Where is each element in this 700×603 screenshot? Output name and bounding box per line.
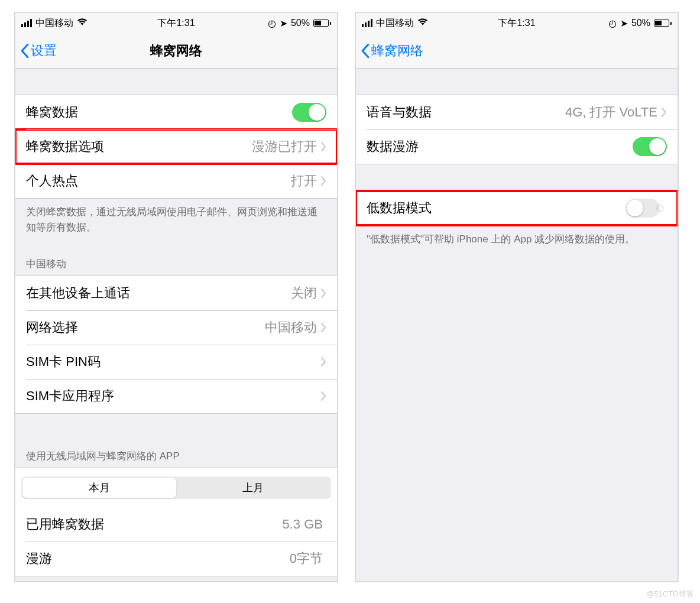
- status-time: 下午1:31: [157, 17, 195, 30]
- segment-last-month[interactable]: 上月: [176, 478, 330, 498]
- back-button[interactable]: 蜂窝网络: [356, 42, 423, 60]
- location-icon: ➤: [280, 18, 287, 29]
- back-label: 蜂窝网络: [371, 42, 423, 60]
- battery-percent: 50%: [291, 18, 310, 28]
- chevron-right-icon: [320, 142, 326, 151]
- back-label: 设置: [31, 42, 57, 60]
- row-data-roaming[interactable]: 数据漫游: [356, 129, 678, 164]
- status-bar: 中国移动 下午1:31 ◴ ➤ 50%: [356, 13, 678, 33]
- toggle-data-roaming[interactable]: [633, 137, 667, 156]
- nav-title: 蜂窝网络: [150, 42, 202, 60]
- row-cellular-data-options[interactable]: 蜂窝数据选项 漫游已打开: [15, 129, 337, 164]
- chevron-right-icon: [320, 288, 326, 298]
- group-cellular: 蜂窝数据 蜂窝数据选项 漫游已打开 个人热点 打开: [15, 95, 337, 199]
- nav-bar: 设置 蜂窝网络: [15, 33, 337, 69]
- row-label: 蜂窝数据: [26, 103, 292, 121]
- chevron-right-icon: [320, 391, 326, 401]
- phone-screen-right: 中国移动 下午1:31 ◴ ➤ 50% 蜂窝网络 语音与数据 4G, 打开 Vo…: [355, 12, 679, 582]
- battery-icon: [654, 20, 672, 27]
- signal-icon: [362, 19, 372, 27]
- row-roaming-usage[interactable]: 漫游 0字节: [15, 542, 337, 576]
- row-low-data-mode[interactable]: 低数据模式: [356, 191, 678, 225]
- segmented-control[interactable]: 本月 上月: [21, 476, 331, 499]
- row-label: 在其他设备上通话: [26, 284, 291, 302]
- row-sim-pin[interactable]: SIM卡 PIN码: [15, 345, 337, 379]
- phone-screen-left: 中国移动 下午1:31 ◴ ➤ 50% 设置 蜂窝网络 蜂窝数据: [14, 12, 338, 582]
- location-icon: ➤: [620, 18, 628, 29]
- alarm-icon: ◴: [608, 18, 617, 29]
- row-personal-hotspot[interactable]: 个人热点 打开: [15, 164, 337, 198]
- row-label: SIM卡 PIN码: [26, 353, 320, 371]
- row-label: 已用蜂窝数据: [26, 516, 283, 533]
- row-label: 个人热点: [26, 172, 291, 190]
- status-bar: 中国移动 下午1:31 ◴ ➤ 50%: [15, 13, 337, 33]
- carrier-label: 中国移动: [35, 17, 73, 30]
- chevron-right-icon: [320, 323, 326, 332]
- status-time: 下午1:31: [498, 17, 535, 30]
- row-value: 0字节: [290, 550, 323, 568]
- row-label: 语音与数据: [367, 103, 565, 121]
- toggle-low-data-mode[interactable]: [626, 199, 660, 218]
- back-button[interactable]: 设置: [15, 42, 57, 60]
- group-voice-roaming: 语音与数据 4G, 打开 VoLTE 数据漫游: [356, 95, 678, 164]
- row-sim-apps[interactable]: SIM卡应用程序: [15, 379, 337, 413]
- row-value: 打开: [291, 172, 317, 190]
- row-network-selection[interactable]: 网络选择 中国移动: [15, 310, 337, 345]
- row-calls-other-devices[interactable]: 在其他设备上通话 关闭: [15, 276, 337, 310]
- carrier-label: 中国移动: [376, 17, 414, 30]
- nav-bar: 蜂窝网络: [356, 33, 678, 69]
- group-usage: 已用蜂窝数据 5.3 GB 漫游 0字节: [15, 507, 337, 576]
- row-label: 低数据模式: [367, 199, 626, 217]
- row-label: 数据漫游: [367, 138, 633, 155]
- row-used-cellular-data[interactable]: 已用蜂窝数据 5.3 GB: [15, 507, 337, 542]
- row-value: 4G, 打开 VoLTE: [565, 103, 657, 121]
- footer-text: 关闭蜂窝数据，通过无线局域网使用电子邮件、网页浏览和推送通知等所有数据。: [15, 199, 337, 241]
- watermark: @51CTO博客: [646, 589, 694, 599]
- signal-icon: [21, 19, 32, 27]
- wifi-icon: [77, 18, 88, 28]
- battery-icon: [313, 20, 331, 27]
- row-label: 漫游: [26, 550, 290, 568]
- row-label: 蜂窝数据选项: [26, 138, 252, 155]
- row-cellular-data[interactable]: 蜂窝数据: [15, 95, 337, 129]
- group-carrier: 在其他设备上通话 关闭 网络选择 中国移动 SIM卡 PIN码 SIM卡应用程序: [15, 275, 337, 414]
- battery-percent: 50%: [631, 18, 650, 28]
- chevron-right-icon: [320, 357, 326, 367]
- chevron-right-icon: [320, 176, 326, 186]
- row-value: 中国移动: [265, 319, 317, 336]
- alarm-icon: ◴: [268, 18, 276, 29]
- row-voice-and-data[interactable]: 语音与数据 4G, 打开 VoLTE: [356, 95, 678, 129]
- row-value: 漫游已打开: [252, 138, 317, 155]
- wifi-icon: [417, 18, 428, 28]
- toggle-cellular-data[interactable]: [292, 103, 326, 122]
- row-label: 网络选择: [26, 319, 265, 336]
- row-value: 关闭: [291, 284, 317, 302]
- group-low-data: 低数据模式: [356, 190, 678, 226]
- segment-this-month[interactable]: 本月: [22, 478, 176, 498]
- row-label: SIM卡应用程序: [26, 387, 320, 405]
- row-value: 5.3 GB: [283, 517, 323, 532]
- section-header-apps: 使用无线局域网与蜂窝网络的 APP: [15, 414, 337, 468]
- chevron-right-icon: [661, 108, 667, 117]
- section-header-carrier: 中国移动: [15, 241, 337, 275]
- footer-text: "低数据模式"可帮助 iPhone 上的 App 减少网络数据的使用。: [356, 226, 678, 253]
